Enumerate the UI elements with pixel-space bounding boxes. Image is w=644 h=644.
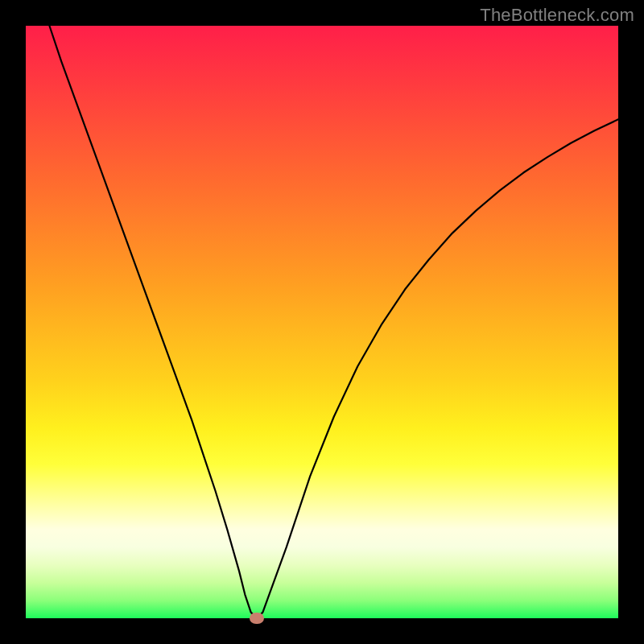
watermark-text: TheBottleneck.com — [480, 5, 634, 26]
minimum-marker — [250, 613, 264, 624]
bottleneck-curve — [26, 26, 618, 618]
curve-path — [49, 26, 618, 618]
plot-area — [26, 26, 618, 618]
chart-frame: TheBottleneck.com — [0, 0, 644, 644]
